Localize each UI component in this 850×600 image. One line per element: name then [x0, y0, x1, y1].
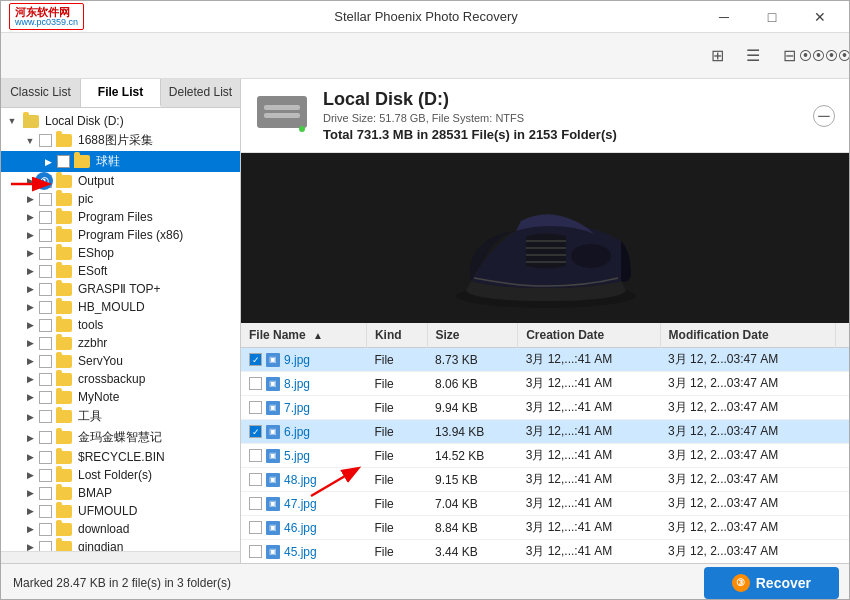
tree-checkbox[interactable] [39, 487, 52, 500]
tab-file-list[interactable]: File List [81, 79, 161, 107]
tree-item-servyou[interactable]: ▶ ServYou [1, 352, 240, 370]
file-checkbox-5[interactable] [249, 473, 262, 486]
tree-item-programfiles[interactable]: ▶ Program Files [1, 208, 240, 226]
table-row[interactable]: ✓ ▣ 6.jpg File 13.94 KB 3月 12,...:41 AM … [241, 420, 850, 444]
tree-checkbox[interactable] [39, 469, 52, 482]
table-row[interactable]: ▣ 5.jpg ② File 14.52 KB 3月 12,...:41 AM … [241, 444, 850, 468]
table-row[interactable]: ✓ ▣ 9.jpg File 8.73 KB 3月 12,...:41 AM 3… [241, 348, 850, 372]
tree-item-ball-shoes[interactable]: ▶ 球鞋 [1, 151, 240, 172]
view-grid-icon[interactable]: ⊞ [703, 42, 731, 70]
filename-1[interactable]: 8.jpg [284, 377, 310, 391]
horizontal-scrollbar[interactable] [1, 551, 240, 563]
tree-checkbox[interactable] [39, 337, 52, 350]
collapse-button[interactable]: ─ [813, 105, 835, 127]
tree-checkbox[interactable] [39, 541, 52, 552]
view-detail-icon[interactable]: ⦿⦿⦿⦿ [811, 42, 839, 70]
file-checkbox-1[interactable] [249, 377, 262, 390]
tree-item-pic[interactable]: ▶ pic [1, 190, 240, 208]
tree-item-mynote[interactable]: ▶ MyNote [1, 388, 240, 406]
filename-8[interactable]: 45.jpg [284, 545, 317, 559]
filename-7[interactable]: 46.jpg [284, 521, 317, 535]
tree-checkbox[interactable] [39, 265, 52, 278]
tree-checkbox[interactable] [39, 523, 52, 536]
close-button[interactable]: ✕ [797, 1, 843, 33]
file-checkbox-0[interactable]: ✓ [249, 353, 262, 366]
tree-item-jinma[interactable]: ▶ 金玛金蝶智慧记 [1, 427, 240, 448]
col-header-size[interactable]: Size [427, 323, 518, 348]
folder-icon [56, 487, 72, 500]
tree-checkbox[interactable] [39, 451, 52, 464]
tab-classic-list[interactable]: Classic List [1, 79, 81, 107]
tree-item-grasp[interactable]: ▶ GRASPⅡ TOP+ [1, 280, 240, 298]
tab-deleted-list[interactable]: Deleted List [161, 79, 240, 107]
file-checkbox-2[interactable] [249, 401, 262, 414]
tree-item-tools[interactable]: ▶ tools [1, 316, 240, 334]
tree-item-ufmould[interactable]: ▶ UFMOULD [1, 502, 240, 520]
recover-button[interactable]: ③ Recover [704, 567, 839, 599]
tree-item-lostfolder[interactable]: ▶ Lost Folder(s) [1, 466, 240, 484]
tree-checkbox[interactable] [39, 319, 52, 332]
tree-item-tools-cn[interactable]: ▶ 工具 [1, 406, 240, 427]
file-size-7: 8.84 KB [427, 516, 518, 540]
filename-5[interactable]: 48.jpg [284, 473, 317, 487]
view-list-icon[interactable]: ☰ [739, 42, 767, 70]
filename-2[interactable]: 7.jpg [284, 401, 310, 415]
tree-item-eshop[interactable]: ▶ EShop [1, 244, 240, 262]
filename-6[interactable]: 47.jpg [284, 497, 317, 511]
filename-0[interactable]: 9.jpg [284, 353, 310, 367]
table-row[interactable]: ▣ 45.jpg File 3.44 KB 3月 12,...:41 AM 3月… [241, 540, 850, 564]
table-row[interactable]: ▣ 47.jpg File 7.04 KB 3月 12,...:41 AM 3月… [241, 492, 850, 516]
filename-3[interactable]: 6.jpg [284, 425, 310, 439]
tree-checkbox[interactable] [39, 134, 52, 147]
tree-checkbox[interactable] [57, 155, 70, 168]
tree-item-bmap[interactable]: ▶ BMAP [1, 484, 240, 502]
tree-checkbox[interactable] [39, 193, 52, 206]
col-header-filename[interactable]: File Name ▲ [241, 323, 366, 348]
tree-checkbox[interactable] [39, 391, 52, 404]
tree-checkbox[interactable] [39, 355, 52, 368]
file-table-wrap[interactable]: File Name ▲ Kind Size Creation Date Modi… [241, 323, 850, 563]
tree-label: download [78, 522, 129, 536]
file-checkbox-3[interactable]: ✓ [249, 425, 262, 438]
tree-item-download[interactable]: ▶ download [1, 520, 240, 538]
tree-checkbox[interactable] [39, 410, 52, 423]
tree-checkbox[interactable] [39, 301, 52, 314]
tree-item-1688[interactable]: ▼ 1688图片采集 [1, 130, 240, 151]
filename-4[interactable]: 5.jpg [284, 449, 310, 463]
maximize-button[interactable]: □ [749, 1, 795, 33]
file-checkbox-8[interactable] [249, 545, 262, 558]
tree-checkbox[interactable] [39, 229, 52, 242]
col-header-created[interactable]: Creation Date [518, 323, 660, 348]
tree-item-zzbhr[interactable]: ▶ zzbhr [1, 334, 240, 352]
tree-checkbox[interactable] [39, 431, 52, 444]
table-row[interactable]: ▣ 7.jpg File 9.94 KB 3月 12,...:41 AM 3月 … [241, 396, 850, 420]
tree-item-hb-mould[interactable]: ▶ HB_MOULD [1, 298, 240, 316]
file-checkbox-7[interactable] [249, 521, 262, 534]
file-checkbox-6[interactable] [249, 497, 262, 510]
tree-checkbox[interactable] [39, 283, 52, 296]
tree-item-programfiles-x86[interactable]: ▶ Program Files (x86) [1, 226, 240, 244]
tree-item-crossbackup[interactable]: ▶ crossbackup [1, 370, 240, 388]
tree-item-output[interactable]: ▶ Output ① [1, 172, 240, 190]
minimize-button[interactable]: ─ [701, 1, 747, 33]
tree-checkbox[interactable] [39, 247, 52, 260]
tree-item-local-disk[interactable]: ▼ Local Disk (D:) [1, 112, 240, 130]
expand-icon: ▼ [23, 134, 37, 148]
tree-item-qingdian[interactable]: ▶ qingdian [1, 538, 240, 551]
col-header-modified[interactable]: Modification Date [660, 323, 835, 348]
file-checkbox-4[interactable] [249, 449, 262, 462]
table-row[interactable]: ▣ 8.jpg File 8.06 KB 3月 12,...:41 AM 3月 … [241, 372, 850, 396]
col-header-kind[interactable]: Kind [366, 323, 427, 348]
tree-checkbox[interactable] [39, 211, 52, 224]
tree-item-esoft[interactable]: ▶ ESoft [1, 262, 240, 280]
folder-tree[interactable]: ▼ Local Disk (D:) ▼ 1688图片采集 ▶ 球鞋 [1, 108, 240, 551]
drive-info: Local Disk (D:) Drive Size: 51.78 GB, Fi… [241, 79, 850, 153]
tree-item-recycle[interactable]: ▶ $RECYCLE.BIN [1, 448, 240, 466]
tree-label: MyNote [78, 390, 119, 404]
tree-label: 1688图片采集 [78, 132, 153, 149]
scrollbar-col [835, 323, 850, 348]
tree-checkbox[interactable] [39, 373, 52, 386]
tree-checkbox[interactable] [39, 505, 52, 518]
table-row[interactable]: ▣ 48.jpg File 9.15 KB 3月 12,...:41 AM 3月… [241, 468, 850, 492]
table-row[interactable]: ▣ 46.jpg File 8.84 KB 3月 12,...:41 AM 3月… [241, 516, 850, 540]
